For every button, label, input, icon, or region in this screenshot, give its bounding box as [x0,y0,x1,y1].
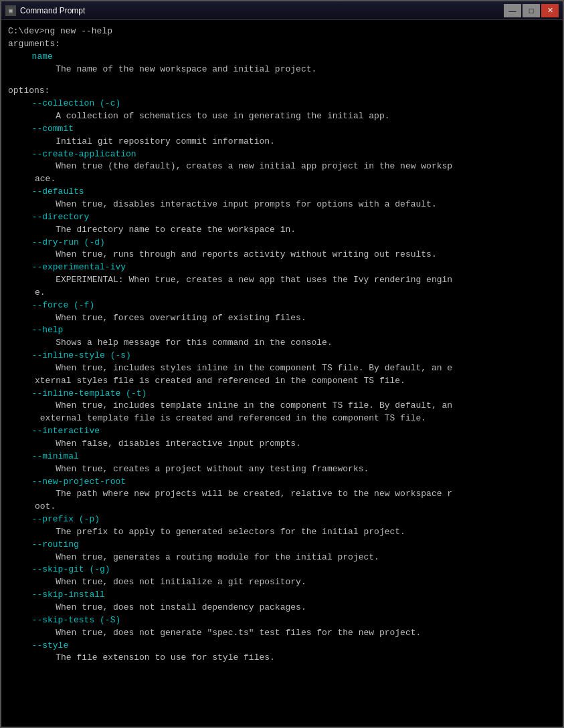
opt-directory-desc: The directory name to create the workspa… [8,224,556,237]
opt-experimental-ivy: --experimental-ivy [8,261,556,274]
opt-dry-run-desc: When true, runs through and reports acti… [8,249,556,261]
opt-interactive: --interactive [8,425,556,438]
opt-style-desc: The file extension to use for style file… [8,652,556,664]
opt-new-project-root-desc: The path where new projects will be crea… [8,488,556,513]
opt-new-project-root: --new-project-root [8,476,556,489]
opt-skip-git-desc: When true, does not initialize a git rep… [8,576,556,589]
opt-commit: --commit [8,123,556,136]
opt-directory: --directory [8,211,556,224]
window-icon: ▣ [5,5,16,16]
opt-create-application: --create-application [8,148,556,161]
opt-force-desc: When true, forces overwriting of existin… [8,312,556,325]
opt-skip-tests: --skip-tests (-S) [8,614,556,627]
spacer [8,76,556,85]
opt-style: --style [8,640,556,652]
command-prompt-window: ▣ Command Prompt — □ ✕ C:\dev>ng new --h… [0,0,564,728]
opt-dry-run: --dry-run (-d) [8,237,556,249]
opt-inline-template: --inline-template (-t) [8,388,556,400]
opt-inline-style: --inline-style (-s) [8,350,556,362]
opt-minimal: --minimal [8,451,556,463]
terminal-body: C:\dev>ng new --help arguments: name The… [1,20,563,727]
opt-defaults: --defaults [8,186,556,199]
maximize-button[interactable]: □ [523,4,540,17]
opt-experimental-ivy-desc: EXPERIMENTAL: When true, creates a new a… [8,274,556,299]
opt-prefix: --prefix (-p) [8,513,556,526]
opt-defaults-desc: When true, disables interactive input pr… [8,199,556,211]
arguments-label: arguments: [8,38,556,51]
opt-skip-install: --skip-install [8,589,556,602]
opt-help: --help [8,324,556,337]
opt-routing: --routing [8,539,556,552]
window-controls: — □ ✕ [504,4,559,17]
arg-name: name [8,51,556,64]
opt-force: --force (-f) [8,299,556,312]
opt-create-application-desc: When true (the default), creates a new i… [8,160,556,186]
title-bar: ▣ Command Prompt — □ ✕ [1,1,563,20]
opt-prefix-desc: The prefix to apply to generated selecto… [8,526,556,539]
opt-inline-style-desc: When true, includes styles inline in the… [8,362,556,388]
terminal-content[interactable]: C:\dev>ng new --help arguments: name The… [1,20,563,727]
opt-inline-template-desc: When true, includes template inline in t… [8,400,556,425]
opt-help-desc: Shows a help message for this command in… [8,337,556,350]
opt-commit-desc: Initial git repository commit informatio… [8,136,556,148]
minimize-button[interactable]: — [504,4,521,17]
opt-skip-git: --skip-git (-g) [8,564,556,576]
arg-name-desc: The name of the new workspace and initia… [8,64,556,76]
close-button[interactable]: ✕ [541,4,559,17]
options-label: options: [8,85,556,98]
opt-routing-desc: When true, generates a routing module fo… [8,552,556,564]
opt-collection-desc: A collection of schematics to use in gen… [8,110,556,123]
opt-minimal-desc: When true, creates a project without any… [8,463,556,476]
opt-skip-tests-desc: When true, does not generate "spec.ts" t… [8,627,556,640]
opt-interactive-desc: When false, disables interactive input p… [8,438,556,451]
prompt-line: C:\dev>ng new --help [8,25,556,38]
opt-collection: --collection (-c) [8,98,556,110]
opt-skip-install-desc: When true, does not install dependency p… [8,602,556,614]
window-title: Command Prompt [20,6,504,15]
